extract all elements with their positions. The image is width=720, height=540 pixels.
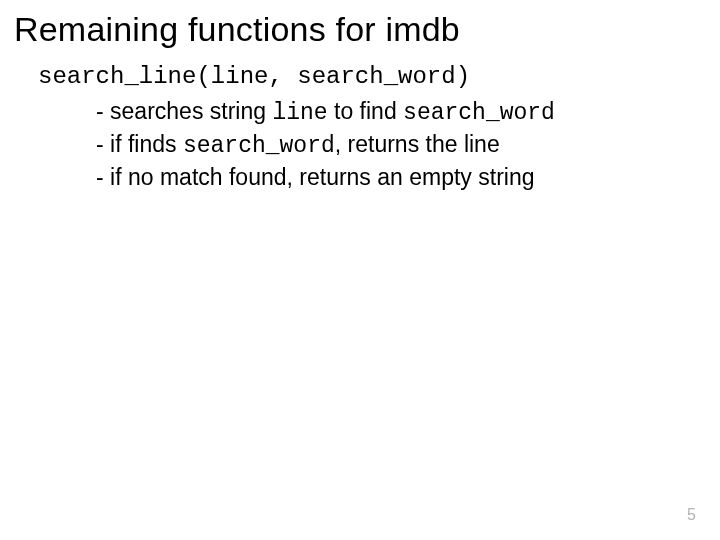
code-span: search_word [183, 133, 335, 159]
bullet-dash: - [96, 98, 110, 124]
page-number: 5 [687, 506, 696, 524]
list-item: - searches string line to find search_wo… [96, 96, 700, 129]
text: to find [328, 98, 403, 124]
bullet-list: - searches string line to find search_wo… [96, 96, 700, 195]
bullet-dash: - [96, 131, 110, 157]
list-item: - if finds search_word, returns the line [96, 129, 700, 162]
list-item: - if no match found, returns an empty st… [96, 162, 700, 195]
slide: Remaining functions for imdb search_line… [0, 0, 720, 540]
text: searches string [110, 98, 272, 124]
text: , returns the line [335, 131, 500, 157]
function-signature: search_line(line, search_word) [38, 63, 700, 90]
text: if finds [110, 131, 183, 157]
text: if no match found, returns an empty stri… [110, 164, 534, 190]
code-span: search_word [403, 100, 555, 126]
page-title: Remaining functions for imdb [14, 10, 700, 49]
bullet-dash: - [96, 164, 110, 190]
code-span: line [272, 100, 327, 126]
